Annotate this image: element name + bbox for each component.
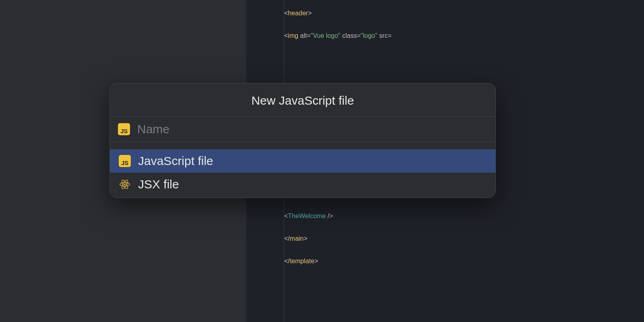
new-file-dialog: New JavaScript file JS JSJavaScript file… — [109, 83, 496, 198]
code-line: <TheWelcome /> — [284, 213, 333, 235]
code-line: <img alt="Vue logo" class="logo" src= — [284, 32, 392, 55]
code-line: </main> — [284, 235, 308, 258]
file-type-label: JSX file — [138, 178, 179, 191]
react-icon — [119, 178, 131, 190]
code-line: </template> — [284, 258, 318, 280]
code-line: <template> — [284, 0, 316, 10]
code-line: <header> — [284, 10, 312, 32]
svg-point-3 — [124, 184, 126, 186]
dialog-title: New JavaScript file — [110, 83, 495, 117]
file-type-option[interactable]: JSJavaScript file — [110, 149, 495, 173]
js-icon: JS — [119, 155, 131, 167]
file-type-list: JSJavaScript fileJSX file — [110, 142, 495, 198]
file-name-input[interactable] — [137, 122, 487, 136]
js-icon: JS — [118, 123, 130, 135]
file-name-row: JS — [110, 117, 495, 142]
file-type-label: JavaScript file — [138, 154, 213, 168]
file-type-option[interactable]: JSX file — [110, 173, 495, 196]
